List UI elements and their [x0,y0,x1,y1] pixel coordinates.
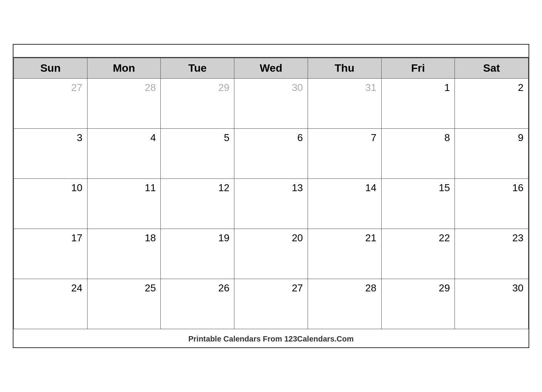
days-header-row: SunMonTueWedThuFriSat [14,58,529,79]
calendar-cell[interactable]: 30 [234,79,308,129]
footer-brand: 123Calendars.Com [284,335,353,343]
calendar-cell[interactable]: 6 [234,129,308,179]
calendar-cell[interactable]: 23 [455,229,529,279]
calendar-cell[interactable]: 21 [308,229,381,279]
calendar-cell[interactable]: 18 [87,229,161,279]
calendar-cell[interactable]: 22 [381,229,455,279]
day-header-wed: Wed [234,58,308,79]
calendar-cell[interactable]: 27 [14,79,88,129]
week-row-4: 17181920212223 [14,229,529,279]
calendar-title [13,45,529,58]
calendar-cell[interactable]: 31 [308,79,381,129]
calendar-cell[interactable]: 7 [308,129,381,179]
day-header-thu: Thu [308,58,381,79]
day-header-fri: Fri [381,58,455,79]
day-header-mon: Mon [87,58,161,79]
calendar-cell[interactable]: 1 [381,79,455,129]
calendar-cell[interactable]: 26 [161,279,234,329]
calendar-cell[interactable]: 27 [234,279,308,329]
week-row-1: 272829303112 [14,79,529,129]
day-header-tue: Tue [161,58,234,79]
calendar-cell[interactable]: 15 [381,179,455,229]
calendar-cell[interactable]: 24 [14,279,88,329]
calendar-cell[interactable]: 28 [87,79,161,129]
calendar-cell[interactable]: 16 [455,179,529,229]
calendar-cell[interactable]: 25 [87,279,161,329]
week-row-2: 3456789 [14,129,529,179]
calendar-container: SunMonTueWedThuFriSat 272829303112345678… [13,44,529,348]
week-row-5: 24252627282930 [14,279,529,329]
footer-text: Printable Calendars From [188,335,284,343]
calendar-cell[interactable]: 29 [381,279,455,329]
calendar-cell[interactable]: 10 [14,179,88,229]
calendar-grid: SunMonTueWedThuFriSat 272829303112345678… [13,58,529,329]
calendar-cell[interactable]: 28 [308,279,381,329]
calendar-cell[interactable]: 14 [308,179,381,229]
calendar-cell[interactable]: 5 [161,129,234,179]
week-row-3: 10111213141516 [14,179,529,229]
day-header-sat: Sat [455,58,529,79]
calendar-cell[interactable]: 2 [455,79,529,129]
calendar-cell[interactable]: 12 [161,179,234,229]
calendar-cell[interactable]: 4 [87,129,161,179]
calendar-cell[interactable]: 29 [161,79,234,129]
calendar-footer: Printable Calendars From 123Calendars.Co… [13,329,529,347]
day-header-sun: Sun [14,58,88,79]
calendar-cell[interactable]: 17 [14,229,88,279]
calendar-cell[interactable]: 8 [381,129,455,179]
calendar-cell[interactable]: 19 [161,229,234,279]
calendar-cell[interactable]: 3 [14,129,88,179]
calendar-cell[interactable]: 30 [455,279,529,329]
calendar-cell[interactable]: 20 [234,229,308,279]
calendar-cell[interactable]: 13 [234,179,308,229]
calendar-cell[interactable]: 9 [455,129,529,179]
calendar-cell[interactable]: 11 [87,179,161,229]
